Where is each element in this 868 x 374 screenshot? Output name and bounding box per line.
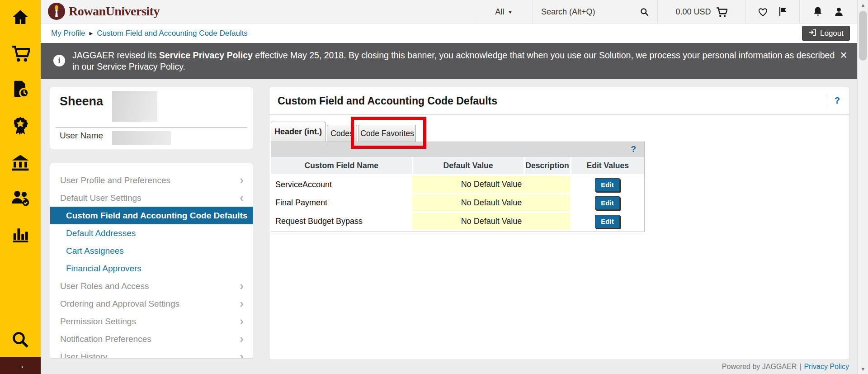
field-default-value: No Default Value <box>412 212 571 231</box>
chevron-right-icon: › <box>240 295 244 312</box>
page-footer: Powered by JAGGAER | Privacy Policy <box>722 363 849 371</box>
flag-action-items-icon[interactable] <box>778 7 787 17</box>
nav-user-profile-and-preferences[interactable]: User Profile and Preferences › <box>50 171 253 189</box>
favorites-section <box>745 0 799 24</box>
nav-cart-assignees[interactable]: Cart Assignees <box>50 242 253 260</box>
edit-button[interactable]: Edit <box>595 196 619 210</box>
edit-cell: Edit <box>571 194 644 212</box>
content-header: Custom Field and Accounting Code Default… <box>269 87 849 115</box>
chevron-right-icon: › <box>240 348 244 359</box>
tab-header-int[interactable]: Header (int.) <box>271 122 326 142</box>
banner-close-icon[interactable]: × <box>840 49 847 62</box>
tab-code-favorites[interactable]: Code Favorites <box>359 125 416 142</box>
nav-label: Custom Field and Accounting Code Default… <box>66 211 247 220</box>
heart-favorites-icon[interactable] <box>758 7 768 17</box>
nav-permission-settings[interactable]: Permission Settings › <box>50 312 253 330</box>
nav-label: User Profile and Preferences <box>60 175 170 185</box>
rail-search-icon[interactable] <box>0 329 41 350</box>
arrow-right-icon: → <box>15 360 25 371</box>
scrollbar-thumb[interactable] <box>859 11 867 61</box>
nav-default-addresses[interactable]: Default Addresses <box>50 224 253 242</box>
edit-button[interactable]: Edit <box>595 178 619 192</box>
tab-codes[interactable]: Codes <box>327 125 357 142</box>
global-search <box>533 0 657 24</box>
info-icon: i <box>53 55 65 66</box>
privacy-banner: i JAGGAER revised its Service Privacy Po… <box>41 43 857 79</box>
breadcrumb-my-profile[interactable]: My Profile <box>51 29 85 38</box>
breadcrumb-current-page[interactable]: Custom Field and Accounting Code Default… <box>97 29 248 38</box>
bell-notifications-icon[interactable] <box>813 6 823 17</box>
nav-custom-field-and-accounting-code-defaults[interactable]: Custom Field and Accounting Code Default… <box>50 207 253 224</box>
username-label: User Name <box>60 131 103 141</box>
logout-button[interactable]: Logout <box>802 26 850 41</box>
col-description: Description <box>524 157 571 175</box>
breadcrumb-row: My Profile ▶ Custom Field and Accounting… <box>41 24 857 43</box>
cart-summary[interactable]: 0.00 USD <box>657 0 745 24</box>
cart-total: 0.00 USD <box>675 7 711 17</box>
edit-cell: Edit <box>571 212 644 231</box>
nav-notification-preferences[interactable]: Notification Preferences › <box>50 330 253 348</box>
service-privacy-policy-link[interactable]: Service Privacy Policy <box>159 50 253 60</box>
caret-down-icon: ▾ <box>509 9 512 15</box>
shop-cart-icon[interactable] <box>0 43 41 64</box>
tab-label: Header (int.) <box>274 127 322 137</box>
col-edit-values: Edit Values <box>571 157 644 175</box>
edit-cell: Edit <box>571 175 644 194</box>
custom-fields-table: Custom Field Name Default Value Descript… <box>271 157 644 232</box>
nav-label: Default Addresses <box>66 228 136 238</box>
page-help-icon[interactable]: ? <box>827 95 840 106</box>
table-header-row: Custom Field Name Default Value Descript… <box>271 157 644 175</box>
scroll-up-arrow[interactable]: ▲ <box>858 0 868 10</box>
banner-message: JAGGAER revised its Service Privacy Poli… <box>72 50 836 72</box>
main-content: Custom Field and Accounting Code Default… <box>269 87 850 360</box>
edit-button[interactable]: Edit <box>595 215 619 228</box>
chevron-left-icon: ‹ <box>240 189 244 207</box>
table-row: ServiceAccount No Default Value Edit <box>271 175 644 194</box>
logout-door-icon <box>808 28 817 39</box>
search-scope-label: All <box>495 7 504 17</box>
suppliers-users-icon[interactable] <box>0 187 41 208</box>
field-name: ServiceAccount <box>271 175 412 194</box>
nav-label: Permission Settings <box>60 317 136 326</box>
table-row: Request Budget Bypass No Default Value E… <box>271 212 644 231</box>
table-help-icon[interactable]: ? <box>631 144 636 154</box>
nav-default-user-settings[interactable]: Default User Settings ‹ <box>50 189 253 207</box>
nav-user-history[interactable]: User History › <box>50 348 253 359</box>
bank-accounts-icon[interactable] <box>0 152 41 173</box>
profile-divider <box>56 127 247 128</box>
nav-user-roles-and-access[interactable]: User Roles and Access › <box>50 277 253 295</box>
nav-label: Cart Assignees <box>66 246 124 256</box>
banner-text-before: JAGGAER revised its <box>72 50 159 60</box>
rail-expand-arrow[interactable]: → <box>0 357 41 374</box>
nav-label: Ordering and Approval Settings <box>60 299 179 308</box>
search-icon[interactable] <box>640 7 649 17</box>
user-profile-icon[interactable] <box>834 6 844 17</box>
logo-text: RowanUniversity <box>69 4 160 19</box>
search-input[interactable] <box>541 7 627 17</box>
chevron-right-icon: › <box>240 171 244 189</box>
field-name: Final Payment <box>271 194 412 212</box>
defaults-table-container: ? Custom Field Name Default Value Descri… <box>271 142 645 232</box>
field-default-value: No Default Value <box>412 194 571 212</box>
scroll-down-arrow[interactable]: ▼ <box>858 364 868 374</box>
search-scope-dropdown[interactable]: All ▾ <box>474 0 533 24</box>
chevron-right-icon: › <box>240 312 244 330</box>
orders-document-clock-icon[interactable] <box>0 79 41 99</box>
redacted-last-name <box>112 91 157 122</box>
profile-first-name: Sheena <box>60 95 103 109</box>
nav-label: User History <box>60 352 108 359</box>
app-rail: → <box>0 0 41 374</box>
page-title: Custom Field and Accounting Code Default… <box>278 95 497 107</box>
nav-ordering-and-approval-settings[interactable]: Ordering and Approval Settings › <box>50 295 253 312</box>
nav-label: Notification Preferences <box>60 334 151 344</box>
privacy-policy-link[interactable]: Privacy Policy <box>804 363 849 371</box>
chevron-right-icon: › <box>240 277 244 295</box>
page-scrollbar[interactable]: ▲ ▼ <box>857 0 868 374</box>
col-custom-field-name: Custom Field Name <box>271 157 412 175</box>
breadcrumb: My Profile ▶ Custom Field and Accounting… <box>51 24 248 43</box>
contracts-award-icon[interactable] <box>0 116 41 137</box>
field-default-value: No Default Value <box>412 175 571 194</box>
home-icon[interactable] <box>0 7 41 28</box>
reporting-chart-icon[interactable] <box>0 223 41 244</box>
nav-financial-approvers[interactable]: Financial Approvers <box>50 260 253 277</box>
